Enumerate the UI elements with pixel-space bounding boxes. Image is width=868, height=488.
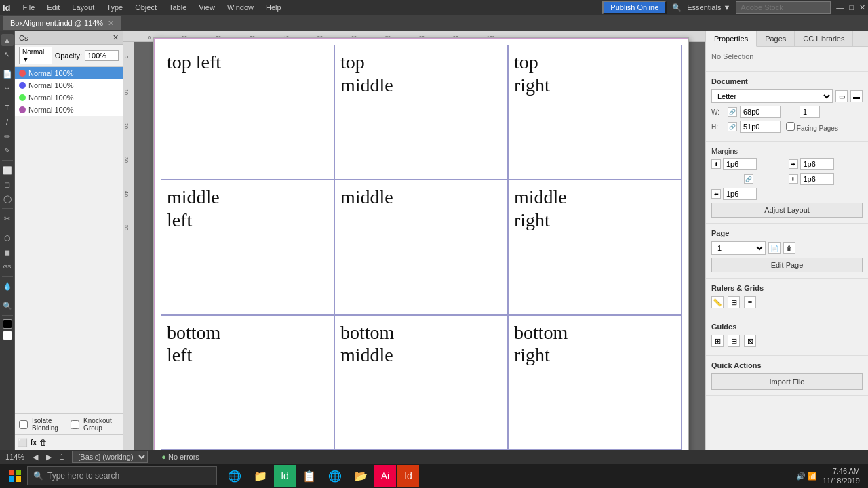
edit-page-button[interactable]: Edit Page xyxy=(711,258,863,272)
ruler-icon[interactable]: 📏 xyxy=(711,296,724,308)
page-tool[interactable]: 📄 xyxy=(1,68,14,80)
line-tool[interactable]: / xyxy=(1,116,14,128)
taskbar-app-explorer[interactable]: 🌐 xyxy=(222,464,247,488)
lock-icon[interactable]: 🔗 xyxy=(728,107,737,117)
page-delete-icon[interactable]: 🗑 xyxy=(783,242,795,254)
close-icon[interactable]: ✕ xyxy=(859,3,865,12)
tab-cc-libraries[interactable]: CC Libraries xyxy=(795,31,853,46)
cell-middle-left[interactable]: middleleft xyxy=(161,180,334,314)
taskbar-app-folders[interactable]: 📂 xyxy=(349,464,373,488)
menu-edit[interactable]: Edit xyxy=(41,2,65,13)
cell-middle-right[interactable]: middleright xyxy=(508,180,682,314)
layer-item-0[interactable]: Normal 100% xyxy=(15,67,123,79)
delete-layer-icon[interactable]: 🗑 xyxy=(39,438,47,447)
ellipse-tool[interactable]: ◯ xyxy=(1,192,14,205)
margin-right-input[interactable] xyxy=(800,158,834,170)
opacity-input[interactable] xyxy=(85,50,119,61)
status-mode-select[interactable]: [Basic] (working) xyxy=(72,451,148,463)
pen-tool[interactable]: ✏ xyxy=(1,130,14,142)
taskbar-app-word[interactable]: 📋 xyxy=(297,464,321,488)
facing-pages-checkbox[interactable] xyxy=(786,122,795,131)
cell-top-middle[interactable]: topmiddle xyxy=(334,45,508,180)
guide-icon-2[interactable]: ⊟ xyxy=(728,335,740,347)
margin-bottom-lock[interactable]: ⬇ xyxy=(789,174,798,184)
minimize-icon[interactable]: — xyxy=(836,3,844,12)
taskbar-app-files[interactable]: 📁 xyxy=(248,464,273,488)
menu-window[interactable]: Window xyxy=(222,2,259,13)
guide-icon-1[interactable]: ⊞ xyxy=(711,335,724,347)
maximize-icon[interactable]: □ xyxy=(849,3,854,12)
page-new-icon[interactable]: 📄 xyxy=(768,242,781,254)
margin-top-input[interactable] xyxy=(723,158,757,170)
zoom-tool[interactable]: 🔍 xyxy=(1,300,14,312)
direct-select-tool[interactable]: ↖ xyxy=(1,48,14,60)
eyedropper-tool[interactable]: 💧 xyxy=(1,280,14,292)
layers-panel-close[interactable]: ✕ xyxy=(113,33,119,42)
cell-middle-center[interactable]: middle xyxy=(334,180,508,314)
cell-top-left[interactable]: top left xyxy=(161,45,334,180)
taskbar-search-box[interactable]: 🔍 Type here to search xyxy=(27,466,217,485)
document-preset-select[interactable]: Letter xyxy=(711,89,833,103)
cell-top-right[interactable]: topright xyxy=(508,45,682,180)
document-tab[interactable]: BoxAlignment.indd @ 114% ✕ xyxy=(3,16,121,30)
adjust-layout-button[interactable]: Adjust Layout xyxy=(711,203,863,218)
rect-frame-tool[interactable]: ⬜ xyxy=(1,164,14,176)
status-prev-icon[interactable]: ◀ xyxy=(33,453,38,462)
margin-left-input[interactable] xyxy=(723,188,757,200)
pages-input[interactable] xyxy=(800,106,820,118)
margin-top-lock[interactable]: ⬆ xyxy=(711,159,721,169)
tab-pages[interactable]: Pages xyxy=(757,31,795,46)
rect-tool[interactable]: ◻ xyxy=(1,178,14,190)
baseline-grid-icon[interactable]: ≡ xyxy=(744,296,756,308)
layer-item-2[interactable]: Normal 100% xyxy=(15,92,123,104)
cell-bottom-left[interactable]: bottomleft xyxy=(161,315,334,450)
taskbar-app-mail2[interactable]: Ai xyxy=(374,465,396,487)
gradient-tool[interactable]: ◼ xyxy=(1,246,14,258)
layer-item-3[interactable]: Normal 100% xyxy=(15,104,123,116)
status-next-icon[interactable]: ▶ xyxy=(46,453,52,462)
tab-properties[interactable]: Properties xyxy=(706,31,757,47)
menu-view[interactable]: View xyxy=(193,2,220,13)
import-file-button[interactable]: Import File xyxy=(711,373,863,390)
free-transform-tool[interactable]: ⬡ xyxy=(1,232,14,244)
gap-tool[interactable]: ↔ xyxy=(1,82,14,94)
scissors-tool[interactable]: ✂ xyxy=(1,212,14,224)
publish-online-button[interactable]: Publish Online xyxy=(602,1,667,14)
grid-icon[interactable]: ⊞ xyxy=(728,296,740,308)
landscape-icon[interactable]: ▬ xyxy=(850,90,863,102)
select-tool[interactable]: ▲ xyxy=(1,34,14,46)
cell-bottom-right[interactable]: bottomright xyxy=(508,315,682,450)
margin-right-lock[interactable]: ➡ xyxy=(789,159,798,169)
width-input[interactable] xyxy=(740,106,781,118)
margin-bottom-input[interactable] xyxy=(800,173,834,185)
margin-left-lock[interactable]: ⬅ xyxy=(711,189,721,199)
layer-item-1[interactable]: Normal 100% xyxy=(15,79,123,92)
text-tool[interactable]: T xyxy=(1,102,14,114)
height-input[interactable] xyxy=(740,121,781,133)
start-button[interactable] xyxy=(3,464,27,488)
new-layer-icon[interactable]: ⬜ xyxy=(18,438,28,447)
guide-icon-3[interactable]: ⊠ xyxy=(744,335,756,347)
knockout-group-checkbox[interactable] xyxy=(71,420,79,429)
menu-layout[interactable]: Layout xyxy=(66,2,100,13)
gradient-swatch[interactable]: GS xyxy=(1,260,14,272)
fx-icon[interactable]: fx xyxy=(31,438,37,447)
menu-object[interactable]: Object xyxy=(130,2,162,13)
height-lock-icon[interactable]: 🔗 xyxy=(728,122,737,131)
menu-help[interactable]: Help xyxy=(260,2,287,13)
portrait-icon[interactable]: ▭ xyxy=(835,90,848,102)
menu-file[interactable]: File xyxy=(18,2,41,13)
pencil-tool[interactable]: ✎ xyxy=(1,144,14,157)
blend-mode-select[interactable]: Normal ▼ xyxy=(19,47,52,64)
stroke-swatch[interactable] xyxy=(3,331,12,340)
stock-search-input[interactable] xyxy=(736,1,831,14)
taskbar-app-chrome[interactable]: 🌐 xyxy=(323,464,347,488)
menu-table[interactable]: Table xyxy=(163,2,192,13)
taskbar-app-indesign[interactable]: Id xyxy=(397,465,419,487)
menu-type[interactable]: Type xyxy=(101,2,128,13)
cell-bottom-middle[interactable]: bottommiddle xyxy=(334,315,508,450)
isolate-blending-checkbox[interactable] xyxy=(19,420,28,429)
tab-close-icon[interactable]: ✕ xyxy=(108,19,114,27)
page-select[interactable]: 1 xyxy=(711,241,766,255)
fill-swatch[interactable] xyxy=(3,319,12,329)
